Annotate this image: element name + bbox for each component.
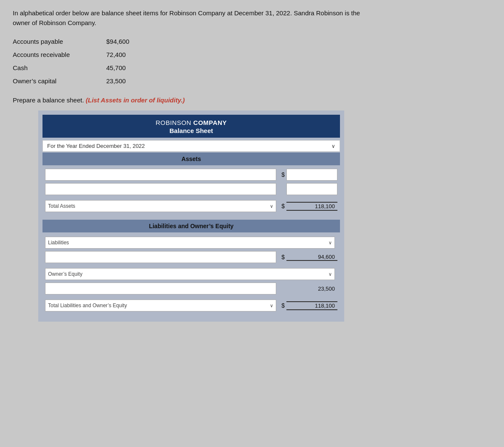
bs-owners-equity-row: Owner’s Equity ∨ (45, 268, 337, 280)
item-row-accounts-receivable: Accounts receivable 72,400 (13, 51, 491, 58)
bs-dollar-1: $ (279, 171, 285, 178)
bs-liab-equity-header: Liabilities and Owner’s Equity (42, 220, 340, 232)
bs-header: ROBINSON COMPANY Balance Sheet (42, 115, 340, 138)
bs-total-assets-label: Total Assets (48, 203, 75, 209)
bs-asset-name-2[interactable] (45, 183, 276, 195)
item-value-accounts-receivable: 72,400 (106, 51, 126, 58)
bs-liabilities-select[interactable]: Liabilities ∨ (45, 237, 335, 249)
bs-asset-amount-2[interactable] (286, 183, 337, 195)
item-label-owners-capital: Owner’s capital (13, 77, 106, 85)
bs-assets-body: $ Total Assets ∨ $ 118,100 (42, 165, 340, 218)
bs-total-assets-value: 118,100 (286, 202, 337, 211)
bs-total-liab-equity-row: Total Liabilities and Owner’s Equity ∨ $… (45, 300, 337, 311)
item-label-cash: Cash (13, 64, 106, 71)
bs-asset-row-2 (45, 183, 337, 195)
bs-asset-name-1[interactable] (45, 169, 276, 181)
bs-liab-amount-row: $ 94,600 (45, 251, 337, 263)
bs-period-chevron-icon[interactable]: ∨ (331, 143, 335, 149)
bs-equity-value: 23,500 (286, 286, 337, 292)
items-table: Accounts payable $94,600 Accounts receiv… (13, 38, 491, 85)
bs-liab-name[interactable] (45, 251, 276, 263)
item-value-accounts-payable: $94,600 (106, 38, 129, 45)
item-label-accounts-receivable: Accounts receivable (13, 51, 106, 58)
bs-title: Balance Sheet (47, 127, 336, 134)
balance-sheet-container: ROBINSON COMPANY Balance Sheet For the Y… (38, 110, 344, 322)
bs-liab-value: 94,600 (286, 254, 337, 261)
bs-dollar-total-liab: $ (279, 302, 285, 309)
bs-liabilities-chevron-icon[interactable]: ∨ (328, 240, 332, 246)
bs-dollar-total-assets: $ (279, 203, 285, 209)
item-row-accounts-payable: Accounts payable $94,600 (13, 38, 491, 45)
prepare-italic-label: (List Assets in order of liquidity.) (86, 96, 185, 104)
bs-total-assets-chevron-icon[interactable]: ∨ (270, 204, 273, 209)
bs-period-row[interactable]: For the Year Ended December 31, 2022 ∨ (42, 140, 340, 152)
bs-liabilities-row: Liabilities ∨ (45, 237, 337, 249)
bs-total-liab-equity-value: 118,100 (286, 301, 337, 310)
bs-total-liab-equity-label: Total Liabilities and Owner’s Equity (48, 303, 127, 308)
item-value-cash: 45,700 (106, 64, 126, 71)
bs-owners-equity-select[interactable]: Owner’s Equity ∨ (45, 268, 335, 280)
bs-owners-equity-label: Owner’s Equity (48, 271, 82, 277)
bs-total-assets-row: Total Assets ∨ $ 118,100 (45, 200, 337, 212)
prepare-label: Prepare a balance sheet. (List Assets in… (13, 96, 491, 104)
item-value-owners-capital: 23,500 (106, 77, 126, 85)
bs-dollar-liab: $ (279, 254, 285, 260)
bs-asset-row-1: $ (45, 169, 337, 181)
bs-company-name: ROBINSON COMPANY (47, 119, 336, 126)
item-row-cash: Cash 45,700 (13, 64, 491, 71)
bs-asset-amount-1[interactable] (286, 169, 337, 181)
item-row-owners-capital: Owner’s capital 23,500 (13, 77, 491, 85)
intro-text: In alphabetical order below are balance … (13, 8, 378, 28)
bs-total-liab-equity-select[interactable]: Total Liabilities and Owner’s Equity ∨ (45, 300, 276, 311)
bs-owners-equity-chevron-icon[interactable]: ∨ (328, 272, 332, 277)
bs-equity-name[interactable] (45, 283, 276, 294)
bs-total-liab-equity-chevron-icon[interactable]: ∨ (270, 303, 273, 308)
bs-assets-header: Assets (42, 153, 340, 165)
bs-liab-body: Liabilities ∨ $ 94,600 Owner’s Equity ∨ … (42, 233, 340, 317)
bs-liabilities-label: Liabilities (48, 240, 69, 246)
item-label-accounts-payable: Accounts payable (13, 38, 106, 45)
bs-period-label: For the Year Ended December 31, 2022 (47, 143, 331, 149)
bs-total-assets-select[interactable]: Total Assets ∨ (45, 200, 276, 212)
bs-equity-amount-row: 23,500 (45, 283, 337, 294)
